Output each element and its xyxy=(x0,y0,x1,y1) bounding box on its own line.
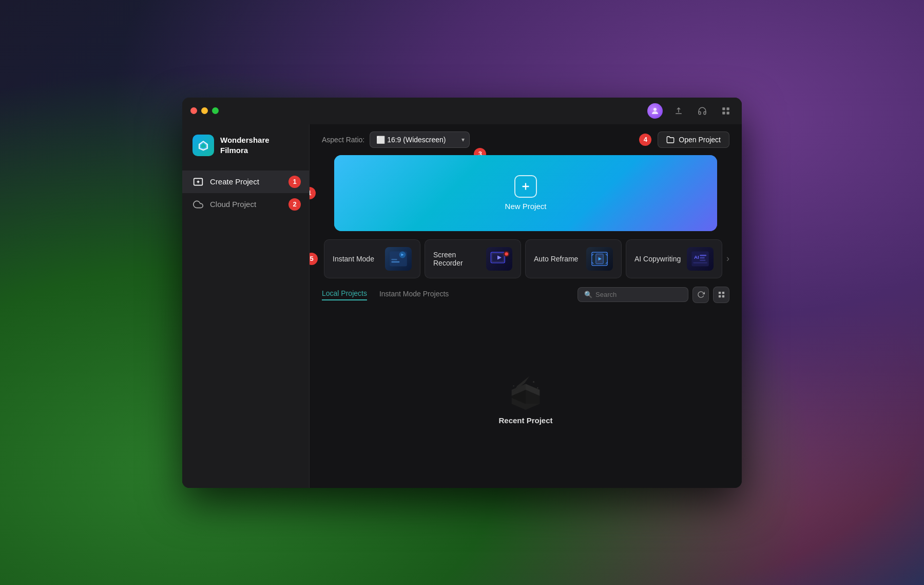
svg-point-35 xyxy=(533,381,534,383)
sidebar: Wondershare Filmora Create Project 1 Clo xyxy=(182,124,310,488)
svg-rect-2 xyxy=(722,107,725,110)
new-project-content: New Project xyxy=(505,175,547,211)
svg-rect-3 xyxy=(727,107,729,110)
avatar-icon[interactable] xyxy=(647,103,663,119)
new-project-label: New Project xyxy=(505,202,547,211)
svg-point-37 xyxy=(513,385,514,386)
titlebar xyxy=(182,98,742,124)
projects-controls: 🔍 xyxy=(578,287,729,303)
auto-reframe-label: Auto Reframe xyxy=(534,255,578,263)
aspect-ratio-container: ⬜ 16:9 (Widescreen) 9:16 (Vertical) 1:1 … xyxy=(370,131,470,148)
feature-card-screen-recorder[interactable]: Screen Recorder xyxy=(425,239,521,278)
instant-mode-label: Instant Mode xyxy=(333,255,374,263)
ai-copywriting-label: AI Copywriting xyxy=(634,255,681,263)
svg-text:AI: AI xyxy=(694,254,699,260)
empty-state: Recent Project xyxy=(322,311,729,488)
badge-1-banner: 1 xyxy=(310,187,316,199)
open-project-container: 4 Open Project xyxy=(658,131,729,148)
svg-rect-31 xyxy=(718,292,720,294)
cloud-icon xyxy=(192,199,204,210)
svg-rect-27 xyxy=(700,255,706,256)
app-window: Wondershare Filmora Create Project 1 Clo xyxy=(182,98,742,488)
tab-instant-mode-projects[interactable]: Instant Mode Projects xyxy=(379,290,449,300)
refresh-button[interactable] xyxy=(692,287,709,303)
grid-view-button[interactable] xyxy=(713,287,729,303)
auto-reframe-icon xyxy=(586,247,613,271)
empty-label: Recent Project xyxy=(498,416,552,425)
new-project-banner-outer: 1 New Project xyxy=(322,155,729,231)
feature-cards-outer: 5 Instant Mode xyxy=(322,239,729,278)
svg-rect-17 xyxy=(391,261,399,262)
instant-mode-icon xyxy=(385,247,412,271)
projects-header: 6 Local Projects Instant Mode Projects 🔍 xyxy=(322,287,729,303)
svg-point-36 xyxy=(537,387,538,388)
svg-point-22 xyxy=(505,252,508,255)
aspect-ratio-group: Aspect Ratio: ⬜ 16:9 (Widescreen) 9:16 (… xyxy=(322,131,470,148)
svg-rect-4 xyxy=(722,111,725,114)
svg-rect-33 xyxy=(718,295,720,297)
svg-rect-29 xyxy=(700,259,705,260)
content-area: Aspect Ratio: ⬜ 16:9 (Widescreen) 9:16 (… xyxy=(310,124,742,488)
upload-icon[interactable] xyxy=(671,103,686,119)
top-bar: Aspect Ratio: ⬜ 16:9 (Widescreen) 9:16 (… xyxy=(310,124,742,155)
new-project-banner[interactable]: New Project xyxy=(334,155,717,231)
projects-tabs: Local Projects Instant Mode Projects xyxy=(322,289,449,300)
feature-card-ai-copywriting[interactable]: AI Copywriting AI xyxy=(626,239,722,278)
main-layout: Wondershare Filmora Create Project 1 Clo xyxy=(182,124,742,488)
cloud-project-label: Cloud Project xyxy=(210,200,256,209)
svg-rect-18 xyxy=(391,259,397,260)
ai-copywriting-icon: AI xyxy=(687,247,714,271)
svg-rect-34 xyxy=(722,295,724,297)
create-project-label: Create Project xyxy=(210,177,259,186)
screen-recorder-label: Screen Recorder xyxy=(433,251,486,267)
badge-2: 2 xyxy=(288,198,301,211)
feature-cards: Instant Mode Screen Reco xyxy=(322,239,729,278)
badge-1: 1 xyxy=(288,176,301,188)
folder-icon xyxy=(666,136,675,144)
open-project-label: Open Project xyxy=(679,136,721,144)
open-project-button[interactable]: Open Project xyxy=(658,131,729,148)
new-project-add-icon xyxy=(514,175,537,198)
brand-name: Wondershare Filmora xyxy=(220,135,299,155)
svg-rect-5 xyxy=(727,111,729,114)
sidebar-item-cloud-project[interactable]: Cloud Project 2 xyxy=(182,193,309,216)
feature-card-auto-reframe[interactable]: Auto Reframe xyxy=(525,239,622,278)
badge-4: 4 xyxy=(639,134,651,146)
search-box: 🔍 xyxy=(578,287,688,302)
create-project-icon xyxy=(192,177,204,187)
scroll-right-button[interactable]: › xyxy=(726,239,729,278)
brand-logo xyxy=(192,135,214,156)
feature-card-instant-mode[interactable]: Instant Mode xyxy=(324,239,420,278)
empty-box-icon xyxy=(505,374,546,410)
svg-rect-32 xyxy=(722,292,724,294)
close-button[interactable] xyxy=(190,107,197,114)
search-input[interactable] xyxy=(595,291,682,298)
headphones-icon[interactable] xyxy=(695,103,710,119)
traffic-lights xyxy=(190,107,219,114)
aspect-ratio-select[interactable]: ⬜ 16:9 (Widescreen) 9:16 (Vertical) 1:1 … xyxy=(370,131,470,148)
badge-5: 5 xyxy=(310,253,318,265)
svg-rect-30 xyxy=(693,262,707,263)
svg-rect-1 xyxy=(676,113,682,114)
aspect-ratio-label: Aspect Ratio: xyxy=(322,136,364,144)
grid-icon[interactable] xyxy=(718,103,734,119)
search-icon: 🔍 xyxy=(584,291,592,298)
screen-recorder-icon xyxy=(486,247,512,271)
minimize-button[interactable] xyxy=(201,107,208,114)
brand: Wondershare Filmora xyxy=(182,135,309,171)
fullscreen-button[interactable] xyxy=(212,107,219,114)
aspect-ratio-select-wrapper: ⬜ 16:9 (Widescreen) 9:16 (Vertical) 1:1 … xyxy=(370,131,470,148)
sidebar-item-create-project[interactable]: Create Project 1 xyxy=(182,171,309,193)
svg-point-0 xyxy=(653,108,657,111)
projects-section: 6 Local Projects Instant Mode Projects 🔍 xyxy=(322,287,729,488)
titlebar-right xyxy=(647,103,734,119)
svg-rect-28 xyxy=(700,257,705,258)
tab-local-projects[interactable]: Local Projects xyxy=(322,289,367,300)
